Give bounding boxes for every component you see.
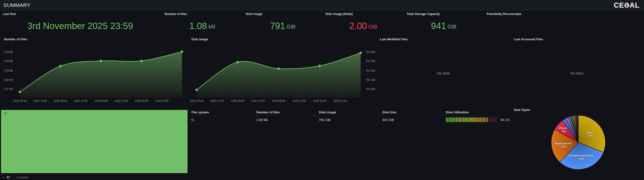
- table-header-row: File system Number of files Disk Usage D…: [188, 109, 510, 115]
- panel-title: Data Types: [514, 108, 530, 112]
- data-types-pie-chart: Other 31% Compressed Files 31% Applicati…: [511, 112, 643, 174]
- cell-disk-utilization: 84.1%: [446, 116, 512, 124]
- stat-value: 1.08: [189, 21, 207, 30]
- svg-text:10/31 00:00: 10/31 00:00: [13, 99, 27, 102]
- stat-number-of-files: Number of files 1.08Mil: [162, 11, 243, 36]
- panel-title: Last Modified Files: [380, 38, 408, 41]
- svg-text:11/01 00:00: 11/01 00:00: [54, 99, 67, 102]
- svg-text:790 GiB: 790 GiB: [366, 78, 375, 81]
- stat-title: Disk Usage [Delta]: [326, 12, 353, 16]
- svg-text:11/02 00:00: 11/02 00:00: [272, 99, 286, 102]
- filesystem-table: File system Number of files Disk Usage D…: [188, 107, 510, 124]
- filesystem-table-panel: File system Number of files Disk Usage D…: [188, 107, 510, 174]
- no-data-message: No data: [377, 41, 510, 105]
- svg-text:1.08 Mil: 1.08 Mil: [4, 69, 13, 72]
- stat-title: Disk Usage: [246, 12, 262, 16]
- column-header: Disk Usage: [319, 109, 382, 115]
- panel-title: Last Accessed Files: [514, 38, 543, 41]
- panel-disk-usage-chart: Disk Usage 10/31 00:0010/31 12:0011/01 0…: [188, 36, 376, 105]
- panel-title: Number of Files: [4, 38, 27, 41]
- stat-unit: Mil: [208, 22, 215, 30]
- cell-file-system: C:: [192, 116, 256, 124]
- cell-disk-usage: 791 GiB: [319, 116, 382, 124]
- stat-total-storage-capacity: Total Storage Capacity 941GiB: [404, 11, 484, 36]
- svg-text:11/03 00:00: 11/03 00:00: [313, 99, 326, 102]
- svg-text:1.07 Mil: 1.07 Mil: [4, 88, 13, 90]
- stats-row: Last Run 3rd November 2025 23:59 Number …: [0, 11, 644, 36]
- svg-text:790 GiB: 790 GiB: [366, 88, 375, 90]
- collapsed-row-c-drive[interactable]: › C: (7 panels): [0, 174, 644, 180]
- cell-number-of-files: 1.08 Mil: [256, 116, 319, 124]
- svg-text:1.08 Mil: 1.08 Mil: [4, 59, 13, 62]
- disk-utilization-percent: 84.1%: [500, 118, 510, 122]
- column-header: Number of files: [256, 109, 319, 115]
- disk-utilization-gauge: [446, 117, 496, 122]
- stat-title: Total Storage Capacity: [407, 12, 440, 16]
- disk-usage-timeseries: 10/31 00:0010/31 12:0011/01 00:0011/01 1…: [188, 42, 376, 105]
- svg-text:11/01 12:00: 11/01 12:00: [252, 99, 265, 102]
- stat-title: Last Run: [3, 12, 16, 16]
- svg-text:11/03 12:00: 11/03 12:00: [334, 99, 347, 102]
- stat-potentially-recoverable: Potentially Recoverable: [484, 11, 644, 36]
- svg-text:11/03 12:00: 11/03 12:00: [155, 99, 168, 102]
- panel-number-of-files-chart: Number of Files 10/31 00:0010/31 12:0011…: [1, 36, 188, 105]
- svg-text:1.08 Mil: 1.08 Mil: [4, 50, 13, 53]
- stat-value: 791: [270, 21, 285, 30]
- stat-unit: GiB: [368, 22, 377, 30]
- no-data-message: No data: [511, 41, 643, 105]
- drive-label: C:: [4, 112, 8, 115]
- stat-last-run: Last Run 3rd November 2025 23:59: [0, 11, 162, 36]
- column-header: Disk Utilization: [446, 109, 510, 115]
- stat-value: 2.00: [349, 21, 367, 30]
- svg-text:11/03 00:00: 11/03 00:00: [135, 99, 148, 102]
- panel-title: Disk Usage: [192, 38, 208, 41]
- column-header: Disk Size: [382, 109, 446, 115]
- svg-text:10/31 12:00: 10/31 12:00: [33, 99, 47, 102]
- svg-text:1.08 Mil: 1.08 Mil: [4, 78, 13, 81]
- svg-text:791 GiB: 791 GiB: [366, 69, 375, 72]
- chevron-right-icon[interactable]: ›: [4, 175, 5, 179]
- stat-title: Number of files: [165, 12, 187, 16]
- svg-text:791 GiB: 791 GiB: [366, 59, 375, 62]
- stat-unit: GiB: [286, 22, 296, 30]
- stat-disk-usage: Disk Usage 791GiB: [243, 11, 323, 36]
- collapsed-row-title[interactable]: C:: [7, 175, 10, 179]
- number-of-files-timeseries: 10/31 00:0010/31 12:0011/01 00:0011/01 1…: [1, 42, 188, 105]
- svg-text:11/02 12:00: 11/02 12:00: [292, 99, 306, 102]
- svg-text:11/02 12:00: 11/02 12:00: [114, 99, 128, 102]
- panel-last-accessed-files: Last Accessed Files No data: [511, 36, 643, 105]
- stat-disk-usage-delta: Disk Usage [Delta] 2.00GiB: [322, 11, 404, 36]
- cegal-logo: CEƏAL: [614, 1, 640, 9]
- column-header: File system: [192, 109, 256, 115]
- svg-text:10/31 00:00: 10/31 00:00: [190, 99, 204, 102]
- svg-text:10/31 12:00: 10/31 12:00: [210, 99, 224, 102]
- cell-disk-size: 941 GiB: [382, 116, 446, 124]
- table-row: C: 1.08 Mil 791 GiB 941 GiB 84.1%: [188, 115, 510, 124]
- dashboard-title: SUMMARY: [4, 2, 30, 8]
- collapsed-row-panel-count: (7 panels): [16, 176, 28, 179]
- svg-text:11/01 00:00: 11/01 00:00: [231, 99, 244, 102]
- svg-text:11/01 12:00: 11/01 12:00: [74, 99, 87, 102]
- top-bar: SUMMARY CEƏAL: [0, 0, 644, 10]
- data-types-panel: Data Types Other 31% Compressed Files 31…: [511, 107, 643, 174]
- stat-title: Potentially Recoverable: [486, 12, 521, 16]
- svg-text:11/02 00:00: 11/02 00:00: [94, 99, 108, 102]
- panel-last-modified-files: Last Modified Files No data: [377, 36, 510, 105]
- stat-value: 3rd November 2025 23:59: [27, 21, 133, 30]
- stat-unit: GiB: [448, 22, 456, 30]
- stat-value: 941: [431, 21, 446, 30]
- svg-text:792 GiB: 792 GiB: [366, 50, 375, 53]
- dashboard-screen: SUMMARY CEƏAL Last Run 3rd November 2025…: [0, 0, 644, 180]
- drive-status-panel: C:: [1, 110, 188, 173]
